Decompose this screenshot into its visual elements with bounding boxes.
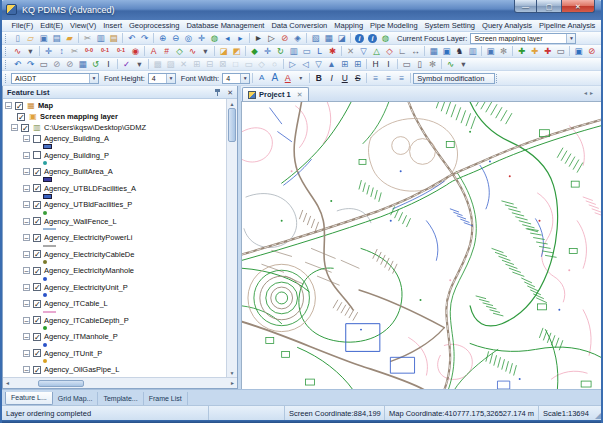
sketch-line-icon[interactable]: ∿ (11, 45, 24, 57)
open-folder-icon[interactable]: ▱ (24, 32, 37, 44)
layer-item[interactable]: –✓Agency_ITUnit_P (3, 348, 226, 359)
move-feature-icon[interactable]: ✛ (261, 45, 274, 57)
tree-collapse-toggle[interactable]: – (23, 135, 30, 142)
i-align-icon[interactable]: I (382, 58, 395, 70)
diamond-small-icon[interactable]: ◇ (383, 45, 396, 57)
layer-checkbox[interactable]: ✓ (33, 234, 41, 242)
beam-icon[interactable]: I (102, 58, 115, 70)
export-map-icon[interactable]: ▰ (63, 32, 76, 44)
tree-horizontal-scrollbar[interactable]: ◄ ► (3, 377, 237, 388)
layer-label[interactable]: Agency_UTBldFacilities_P (44, 200, 132, 209)
rotate-feature-icon[interactable]: ↻ (274, 45, 287, 57)
font-name-select[interactable]: AIGDT ▼ (11, 73, 99, 84)
layer-item[interactable]: –Agency_Building_P (3, 150, 226, 161)
italic-icon[interactable]: I (325, 72, 338, 84)
symbol-modification-button[interactable]: Symbol modification (413, 73, 495, 84)
font-width-select[interactable]: 4 ▼ (222, 73, 250, 84)
step-forward-icon[interactable]: ▷ (286, 58, 299, 70)
rectangle-icon[interactable]: ▭ (37, 58, 50, 70)
tree-collapse-toggle[interactable]: – (23, 152, 30, 159)
layer-checkbox[interactable] (33, 135, 41, 143)
tool-edit-icon[interactable]: ✚ (528, 45, 541, 57)
validate-icon[interactable]: ✓ (120, 58, 133, 70)
frame-add-icon[interactable]: ⊞ (338, 58, 351, 70)
toolbar-grip[interactable] (5, 60, 8, 69)
scroll-down-icon[interactable]: ▼ (230, 368, 235, 377)
tree-collapse-toggle[interactable]: – (11, 124, 18, 131)
rectangle-tool-icon[interactable]: ▭ (300, 45, 313, 57)
resize-grip[interactable]: ◢ (595, 406, 601, 420)
settings-icon[interactable]: ✻ (497, 45, 510, 57)
explode-icon[interactable]: ✱ (326, 45, 339, 57)
layer-label[interactable]: Agency_UTBLDFacilities_A (44, 184, 136, 193)
zoom-window-icon[interactable]: ◎ (182, 32, 195, 44)
layer-label[interactable]: Agency_Building_P (44, 151, 109, 160)
menu-mapping[interactable]: Mapping (331, 21, 367, 30)
info-box-icon[interactable]: ▣ (440, 45, 453, 57)
dimension-icon[interactable]: ↔ (409, 45, 422, 57)
tab-scroll-arrows[interactable]: ◂▸ (584, 89, 596, 96)
layer-label[interactable]: Agency_WallFence_L (44, 217, 117, 226)
layer-label[interactable]: Agency_ElectricityManhole (44, 266, 134, 275)
layer-label[interactable]: Agency_ITManhole_P (44, 332, 118, 341)
align-center-icon[interactable]: ≡ (382, 72, 395, 84)
map-canvas[interactable] (241, 101, 601, 389)
tree-collapse-toggle[interactable]: – (23, 300, 30, 307)
attribute-table-icon[interactable]: ▦ (322, 32, 335, 44)
layer-item[interactable]: –✓Agency_UTBLDFacilities_A (3, 183, 226, 194)
tree-collapse-toggle[interactable]: – (23, 168, 30, 175)
frame-tall-icon[interactable]: ▯ (413, 58, 426, 70)
pin-icon[interactable] (214, 88, 222, 97)
right-angle-icon[interactable]: L (313, 45, 326, 57)
tree-item-label[interactable]: Map (38, 101, 53, 110)
layer-checkbox[interactable]: ✓ (33, 366, 41, 374)
clear-selection-icon[interactable]: ⊘ (278, 32, 291, 44)
snap-0-0-icon[interactable]: 0-0 (81, 45, 97, 57)
stop-editing-icon[interactable]: ⊘ (585, 45, 598, 57)
layer-label[interactable]: Agency_ITUnit_P (44, 349, 102, 358)
menu-file-f[interactable]: File(F) (8, 21, 37, 30)
menu-edit-e[interactable]: Edit(E) (37, 21, 67, 30)
panel-tab-grid-map[interactable]: Grid Map... (53, 392, 99, 405)
tool-add-icon[interactable]: ✚ (515, 45, 528, 57)
layer-checkbox[interactable]: ✓ (15, 102, 23, 110)
brush-icon[interactable]: ◪ (217, 45, 230, 57)
underline-icon[interactable]: U (338, 72, 351, 84)
layer-item[interactable]: –✓Agency_ElectricityUnit_P (3, 282, 226, 293)
frame-add-alt-icon[interactable]: ⊞ (351, 58, 364, 70)
cut-icon[interactable]: ✂ (81, 32, 94, 44)
h-align-icon[interactable]: H (369, 58, 382, 70)
tree-collapse-toggle[interactable]: – (23, 284, 30, 291)
save-edits-icon[interactable]: ▣ (572, 45, 585, 57)
panel-tab-template[interactable]: Template... (98, 392, 143, 405)
new-file-icon[interactable]: ▯ (11, 32, 24, 44)
zoom-in-icon[interactable]: ⊕ (156, 32, 169, 44)
layer-checkbox[interactable]: ✓ (33, 300, 41, 308)
save-all-icon[interactable]: ▤ (50, 32, 63, 44)
pan-icon[interactable]: ✛ (195, 32, 208, 44)
toolbar-grip[interactable] (5, 74, 8, 83)
layer-item[interactable]: –✓Agency_UTBldFacilities_P (3, 199, 226, 210)
layer-checkbox[interactable]: ✓ (21, 124, 29, 132)
scrollbar-thumb[interactable] (38, 380, 84, 387)
chevron-down-icon[interactable]: ▼ (240, 74, 249, 83)
step-down-icon[interactable]: ▽ (312, 58, 325, 70)
full-extent-icon[interactable]: ◍ (208, 32, 221, 44)
step-back-icon[interactable]: ◁ (299, 58, 312, 70)
triangle-down-icon[interactable]: ▽ (357, 45, 370, 57)
layer-checkbox[interactable]: ✓ (33, 250, 41, 258)
panel-tab-frame-list[interactable]: Frame List (144, 392, 188, 405)
split-line-icon[interactable]: ✂ (68, 45, 81, 57)
layer-item[interactable]: –✓Agency_ElectricityCableDe (3, 249, 226, 260)
tree-item-label[interactable]: C:\Users\kqsw\Desktop\GDMZ (44, 123, 146, 132)
info-icon[interactable]: i (353, 32, 366, 44)
delete-feature-icon[interactable]: ✕ (344, 45, 357, 57)
layer-item[interactable]: –✓Agency_BuiltArea_A (3, 166, 226, 177)
align-left-icon[interactable]: ≡ (369, 72, 382, 84)
strikethrough-icon[interactable]: S (351, 72, 364, 84)
layer-checkbox[interactable]: ✓ (33, 283, 41, 291)
table-view-icon[interactable]: ▥ (466, 45, 479, 57)
chevron-down-icon[interactable]: ▼ (566, 34, 575, 43)
scroll-up-icon[interactable]: ▲ (230, 99, 235, 108)
curve-options-icon[interactable]: ▾ (199, 45, 212, 57)
